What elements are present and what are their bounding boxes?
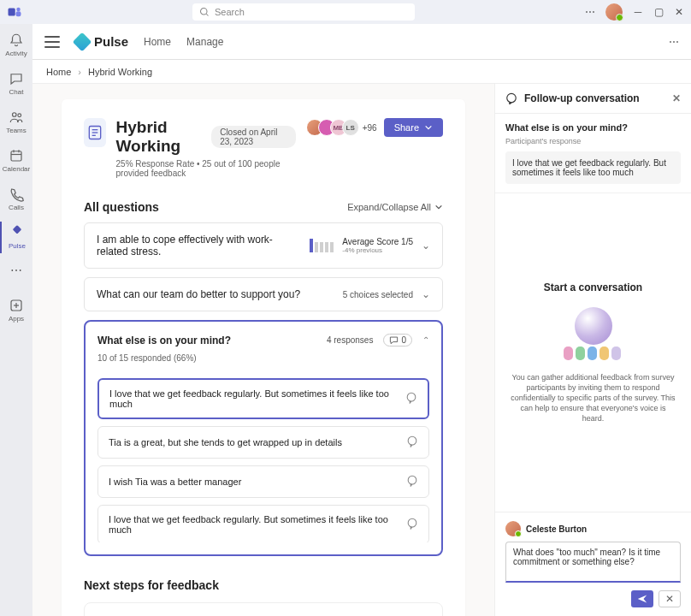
question-meta: 5 choices selected: [343, 290, 413, 299]
svg-point-1: [16, 8, 21, 12]
rail-label: Activity: [5, 50, 27, 57]
svg-rect-0: [9, 9, 15, 16]
tab-home[interactable]: Home: [144, 36, 171, 48]
next-steps-title: Next steps for feedback: [84, 578, 443, 592]
search-icon: [199, 7, 210, 17]
survey-icon: [84, 118, 106, 147]
rail-teams[interactable]: Teams: [0, 106, 32, 138]
share-button-label: Share: [394, 122, 419, 133]
rail-label: Teams: [6, 127, 27, 134]
question-text: What can our team do better to support y…: [97, 288, 300, 300]
avatar: LS: [342, 119, 359, 136]
response-item[interactable]: I love that we get feedback regularly. B…: [97, 378, 429, 419]
rail-apps[interactable]: Apps: [0, 294, 32, 326]
svg-point-22: [408, 518, 416, 527]
cancel-button[interactable]: ✕: [659, 590, 681, 607]
close-icon[interactable]: ✕: [672, 92, 681, 104]
all-questions-title: All questions: [84, 200, 159, 214]
participants-facepile[interactable]: MB LS +96: [306, 119, 377, 136]
hamburger-menu-button[interactable]: [44, 36, 60, 48]
send-button[interactable]: [631, 590, 653, 607]
header-subtitle: 25% Response Rate • 25 out of 100 people…: [116, 159, 296, 178]
window-maximize-button[interactable]: ▢: [653, 7, 664, 17]
chat-bubble-icon[interactable]: [406, 435, 418, 449]
question-text: What else is on your mind?: [97, 335, 231, 346]
question-card-3-expanded: What else is on your mind? 4 responses 0…: [84, 320, 443, 556]
response-text: I love that we get feedback regularly. B…: [109, 388, 405, 409]
svg-point-5: [13, 113, 17, 117]
app-brand: Pulse: [75, 34, 128, 49]
score-text: Average Score 1/5: [342, 237, 413, 246]
response-item[interactable]: I love that we get feedback regularly. B…: [97, 505, 429, 542]
pulse-logo-icon: [73, 32, 92, 51]
response-count: 4 responses: [327, 335, 373, 345]
chevron-up-icon[interactable]: ⌃: [422, 335, 429, 345]
chevron-down-icon: [434, 203, 443, 211]
tab-manage[interactable]: Manage: [186, 36, 223, 48]
rail-calls[interactable]: Calls: [0, 183, 32, 215]
facepile-overflow: +96: [363, 123, 377, 133]
window-titlebar: Search ⋯ ─ ▢ ✕: [0, 0, 691, 24]
start-conversation-title: Start a conversation: [544, 281, 642, 293]
rail-chat[interactable]: Chat: [0, 68, 32, 99]
chevron-down-icon: ⌄: [422, 288, 430, 300]
expand-all-label: Expand/Collapse All: [347, 202, 431, 212]
start-conversation-desc: You can gather additional feedback from …: [511, 372, 676, 424]
svg-point-3: [201, 9, 208, 15]
rail-label: Calendar: [3, 165, 30, 173]
appbar-more-icon[interactable]: ⋯: [669, 36, 679, 48]
expand-collapse-all-button[interactable]: Expand/Collapse All: [347, 202, 443, 212]
titlebar-more-icon[interactable]: ⋯: [585, 6, 595, 18]
rail-activity[interactable]: Activity: [0, 29, 32, 61]
global-search-input[interactable]: Search: [192, 3, 415, 21]
svg-point-20: [408, 436, 416, 445]
compose-author-name: Celeste Burton: [526, 524, 587, 534]
app-brand-name: Pulse: [94, 34, 128, 49]
next-steps-grid: Share Share your results directly with o…: [84, 602, 443, 616]
chevron-down-icon: ⌄: [422, 240, 430, 252]
rail-label: Calls: [9, 204, 24, 211]
rail-more[interactable]: ⋯: [0, 260, 32, 281]
chevron-right-icon: ›: [78, 67, 81, 77]
svg-rect-11: [13, 225, 22, 234]
rail-label: Chat: [9, 88, 24, 96]
compose-area: Celeste Burton ✕: [495, 512, 691, 616]
followup-panel: Follow-up conversation ✕ What else is on…: [494, 84, 691, 616]
conversation-count-badge[interactable]: 0: [383, 334, 412, 346]
chat-bubble-icon[interactable]: [406, 518, 418, 531]
question-text: I am able to cope effectively with work-…: [97, 234, 276, 258]
question-card-1[interactable]: I am able to cope effectively with work-…: [84, 222, 443, 269]
status-chip: Closed on April 23, 2023: [211, 126, 296, 148]
response-text: I wish Tia was a better manager: [109, 477, 241, 487]
svg-point-21: [408, 476, 416, 484]
response-item[interactable]: I wish Tia was a better manager: [97, 465, 429, 498]
rail-calendar[interactable]: Calendar: [0, 145, 32, 176]
svg-point-19: [407, 393, 416, 401]
app-rail: Activity Chat Teams Calendar Calls Pulse…: [0, 24, 32, 616]
window-minimize-button[interactable]: ─: [633, 7, 643, 17]
question-card-2[interactable]: What can our team do better to support y…: [84, 277, 443, 311]
search-placeholder: Search: [215, 7, 245, 17]
chat-bubble-icon[interactable]: [406, 475, 418, 489]
followup-quote: I love that we get feedback regularly. B…: [505, 151, 681, 184]
svg-rect-2: [16, 11, 21, 16]
chat-bubble-icon[interactable]: [405, 392, 417, 406]
svg-point-27: [507, 93, 517, 103]
response-text: I love that we get feedback regularly. B…: [109, 514, 406, 535]
breadcrumb-home[interactable]: Home: [46, 67, 71, 77]
rail-pulse[interactable]: Pulse: [0, 222, 32, 253]
start-conversation-illustration: [564, 304, 623, 364]
response-item[interactable]: Tia is a great, but she tends to get wra…: [97, 426, 429, 459]
svg-line-4: [206, 14, 208, 15]
chat-icon: [505, 92, 517, 104]
teams-logo-icon: [7, 4, 22, 20]
page-title: Hybrid Working: [116, 118, 204, 156]
compose-textarea[interactable]: [505, 542, 681, 583]
app-bar: Pulse Home Manage ⋯: [32, 24, 691, 60]
current-user-avatar[interactable]: [605, 3, 623, 21]
score-delta: -4% previous: [342, 246, 413, 254]
window-close-button[interactable]: ✕: [674, 7, 684, 17]
response-text: Tia is a great, but she tends to get wra…: [109, 437, 342, 447]
share-button[interactable]: Share: [384, 118, 443, 137]
breadcrumb-current: Hybrid Working: [88, 67, 152, 77]
